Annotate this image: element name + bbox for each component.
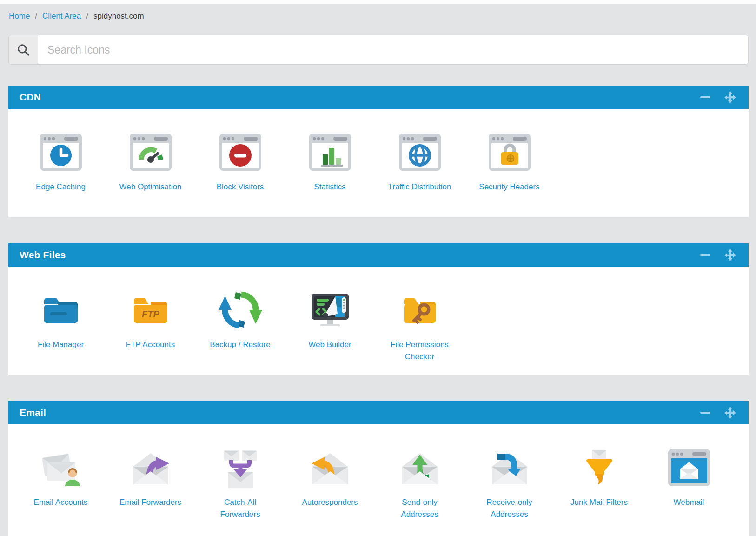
app-label: Block Visitors: [217, 181, 264, 205]
breadcrumb-current-domain: spidyhost.com: [93, 12, 144, 21]
app-label: Traffic Distribution: [388, 181, 451, 205]
section-header-cdn: CDN: [8, 86, 749, 109]
block-visitors-icon: [218, 130, 263, 174]
send-only-addresses-icon: [398, 445, 442, 490]
collapse-section-button[interactable]: [700, 411, 711, 414]
security-headers-icon: [487, 130, 532, 174]
autoresponders-icon: [308, 445, 352, 490]
file-permissions-checker-icon: [398, 288, 442, 332]
app-label: Junk Mail Filters: [570, 496, 628, 521]
section-title: Web Files: [20, 249, 66, 261]
app-label: Backup / Restore: [210, 339, 270, 363]
section-cdn: CDN Edge Caching: [8, 86, 749, 217]
section-title: Email: [20, 407, 46, 418]
app-label: Send-only Addresses: [387, 496, 452, 521]
section-header-email: Email: [8, 401, 749, 424]
app-webmail[interactable]: Webmail: [644, 445, 734, 521]
app-label: Email Accounts: [33, 496, 87, 521]
traffic-distribution-icon: [398, 130, 442, 174]
app-file-manager[interactable]: File Manager: [16, 288, 106, 363]
breadcrumb-separator: /: [35, 12, 37, 21]
search-icon: [9, 35, 38, 64]
receive-only-addresses-icon: [487, 445, 532, 490]
app-traffic-distribution[interactable]: Traffic Distribution: [375, 130, 464, 205]
section-email: Email: [8, 401, 749, 536]
app-statistics[interactable]: Statistics: [285, 130, 375, 205]
app-label: File Manager: [38, 339, 84, 363]
app-web-builder[interactable]: Web Builder: [285, 288, 375, 363]
drag-section-handle[interactable]: [724, 91, 736, 104]
app-web-optimisation[interactable]: Web Optimisation: [106, 130, 195, 205]
app-file-permissions-checker[interactable]: File Permissions Checker: [375, 288, 464, 363]
app-autoresponders[interactable]: Autoresponders: [285, 445, 375, 521]
section-web-files: Web Files File Manager: [8, 243, 749, 375]
drag-section-handle[interactable]: [724, 249, 736, 261]
svg-text:FTP: FTP: [142, 309, 159, 319]
app-ftp-accounts[interactable]: FTP FTP Accounts: [106, 288, 195, 363]
web-builder-icon: [308, 288, 352, 332]
app-label: Statistics: [314, 181, 345, 205]
catch-all-forwarders-icon: [218, 445, 263, 490]
edge-caching-icon: [39, 130, 83, 174]
webmail-icon: [667, 445, 711, 490]
app-send-only-addresses[interactable]: Send-only Addresses: [375, 445, 464, 521]
app-label: Security Headers: [479, 181, 539, 205]
top-strip: [0, 0, 756, 4]
search-bar: [8, 35, 749, 65]
section-header-web-files: Web Files: [8, 243, 749, 267]
breadcrumb-separator: /: [86, 12, 88, 21]
app-label: Web Optimisation: [119, 181, 182, 205]
app-label: Catch-All Forwarders: [208, 496, 273, 521]
app-receive-only-addresses[interactable]: Receive-only Addresses: [464, 445, 554, 521]
section-title: CDN: [20, 92, 41, 103]
app-label: Edge Caching: [36, 181, 86, 205]
app-catch-all-forwarders[interactable]: Catch-All Forwarders: [195, 445, 285, 521]
junk-mail-filters-icon: [577, 445, 622, 490]
app-email-accounts[interactable]: Email Accounts: [16, 445, 106, 521]
ftp-accounts-icon: FTP: [128, 288, 173, 332]
app-label: Web Builder: [308, 339, 351, 363]
search-input[interactable]: [38, 35, 748, 64]
app-junk-mail-filters[interactable]: Junk Mail Filters: [554, 445, 644, 521]
breadcrumb-home-link[interactable]: Home: [9, 12, 30, 21]
drag-section-handle[interactable]: [724, 407, 736, 419]
collapse-section-button[interactable]: [700, 254, 711, 256]
app-label: Autoresponders: [302, 496, 358, 521]
email-accounts-icon: [39, 445, 83, 490]
statistics-icon: [308, 130, 352, 174]
app-backup-restore[interactable]: Backup / Restore: [195, 288, 285, 363]
app-edge-caching[interactable]: Edge Caching: [16, 130, 106, 205]
breadcrumb-client-area-link[interactable]: Client Area: [42, 12, 81, 21]
app-label: Webmail: [674, 496, 704, 521]
collapse-section-button[interactable]: [700, 96, 711, 99]
app-label: Email Forwarders: [119, 496, 181, 521]
app-label: File Permissions Checker: [387, 339, 452, 363]
app-email-forwarders[interactable]: Email Forwarders: [106, 445, 195, 521]
file-manager-icon: [39, 288, 83, 332]
section-body-email: Email Accounts Email Forwarders: [8, 424, 749, 536]
backup-restore-icon: [218, 288, 263, 332]
app-security-headers[interactable]: Security Headers: [464, 130, 554, 205]
app-label: FTP Accounts: [126, 339, 175, 363]
breadcrumb: Home / Client Area / spidyhost.com: [0, 4, 756, 21]
section-body-web-files: File Manager FTP FTP Accounts: [8, 267, 749, 375]
app-block-visitors[interactable]: Block Visitors: [195, 130, 285, 205]
email-forwarders-icon: [128, 445, 173, 490]
app-label: Receive-only Addresses: [477, 496, 542, 521]
web-optimisation-icon: [128, 130, 173, 174]
section-body-cdn: Edge Caching Web Optimisation: [8, 109, 749, 217]
